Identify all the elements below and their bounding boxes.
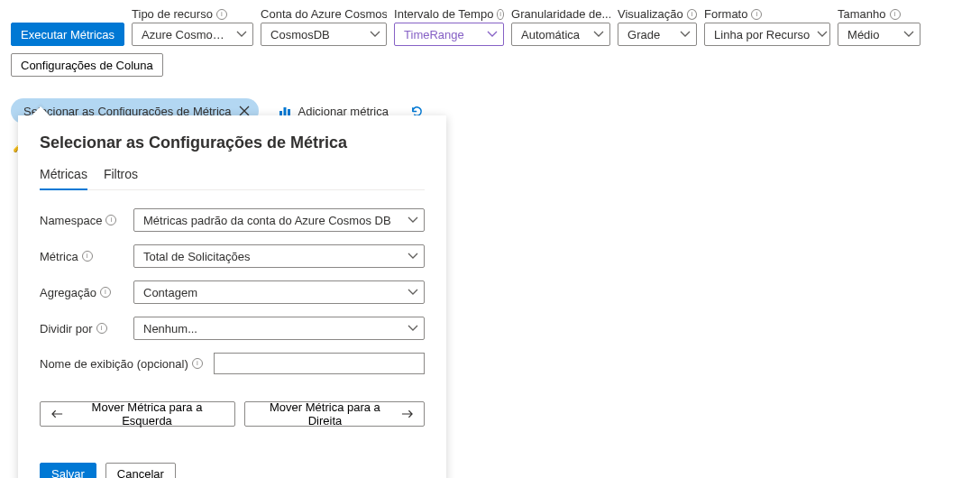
info-icon: i [497,9,504,20]
visualization-dropdown[interactable]: Grade [618,23,697,46]
chevron-down-icon [903,29,914,40]
chevron-down-icon [236,29,247,40]
column-settings-button[interactable]: Configurações de Coluna [11,53,163,77]
resource-type-dropdown[interactable]: Azure Cosmos DB... [132,23,253,46]
time-range-dropdown[interactable]: TimeRange [394,23,504,46]
size-label: Tamanho i [838,7,920,21]
size-value: Médio [847,28,879,41]
info-icon: i [216,9,227,20]
format-value: Linha por Recurso [714,28,810,41]
run-metrics-button[interactable]: Executar Métricas [11,23,124,46]
visualization-label: Visualização i [618,7,697,21]
info-icon: i [751,9,762,20]
chevron-down-icon [487,29,498,40]
account-value: CosmosDB [270,28,330,41]
chevron-down-icon [680,29,691,40]
resource-type-label: Tipo de recurso i [132,7,253,21]
time-range-label: Intervalo de Tempo i [394,7,504,21]
format-label: Formato i [704,7,830,21]
resource-type-value: Azure Cosmos DB... [142,28,229,41]
account-dropdown[interactable]: CosmosDB [261,23,387,46]
info-icon: i [890,9,901,20]
granularity-label: Granularidade de... i [511,7,610,21]
metric-settings-popup: Selecionar as Configurações de Métrica M… [18,115,446,152]
granularity-dropdown[interactable]: Automática [511,23,610,46]
visualization-value: Grade [627,28,660,41]
account-label: Conta do Azure Cosmos... i [261,7,387,21]
granularity-value: Automática [521,28,580,41]
info-icon: i [687,9,697,20]
chevron-down-icon [370,29,380,40]
chevron-down-icon [593,29,604,40]
size-dropdown[interactable]: Médio [838,23,920,46]
time-range-value: TimeRange [404,28,464,41]
format-dropdown[interactable]: Linha por Recurso [704,23,830,46]
chevron-down-icon [817,29,828,40]
popup-title: Selecionar as Configurações de Métrica [40,133,425,152]
